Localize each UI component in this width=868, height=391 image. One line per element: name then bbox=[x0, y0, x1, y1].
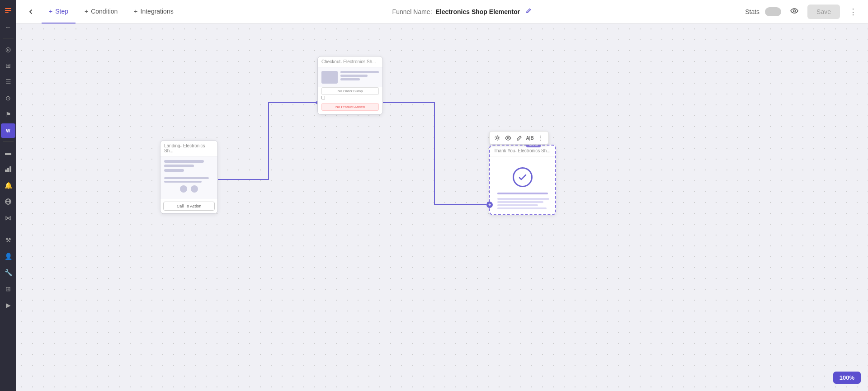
toolbar-dots-icon[interactable]: ⋮ bbox=[536, 133, 546, 143]
sidebar-icon-logo[interactable] bbox=[1, 4, 15, 18]
checkout-preview bbox=[318, 67, 382, 87]
thankyou-subtitle: - Electronics Sh... bbox=[515, 148, 550, 153]
svg-rect-0 bbox=[5, 8, 11, 9]
edit-funnel-name-button[interactable] bbox=[524, 6, 533, 17]
preview-dot-2 bbox=[191, 185, 198, 193]
sidebar-icon-tag[interactable]: ⊙ bbox=[1, 91, 15, 105]
sidebar-icon-grid-add[interactable]: ⊞ bbox=[1, 282, 15, 296]
checkout-bump-label: No Order Bump bbox=[321, 87, 379, 95]
sidebar-icon-woo[interactable]: W bbox=[1, 123, 15, 138]
svg-point-14 bbox=[507, 137, 509, 139]
checkout-lines bbox=[340, 71, 379, 84]
preview-line-4 bbox=[164, 177, 209, 179]
sidebar-icon-play[interactable]: ▶ bbox=[1, 298, 15, 312]
integrations-tab-label: Integrations bbox=[141, 8, 174, 15]
sidebar-separator-2 bbox=[3, 141, 14, 142]
toolbar-ab-icon[interactable]: A|B bbox=[525, 133, 535, 143]
canvas: Landing- Electronics Sh... Call To Actio… bbox=[16, 24, 868, 391]
sidebar-separator-1 bbox=[3, 38, 14, 38]
node-checkout[interactable]: Checkout- Electronics Sh... No Order Bum… bbox=[317, 56, 383, 115]
preview-line-1 bbox=[164, 160, 204, 163]
check-circle bbox=[513, 167, 533, 187]
svg-point-9 bbox=[793, 10, 796, 12]
checkbox-box bbox=[321, 96, 325, 99]
tab-condition[interactable]: + Condition bbox=[77, 0, 125, 24]
more-options-button[interactable]: ⋮ bbox=[845, 5, 861, 19]
svg-rect-2 bbox=[5, 12, 9, 13]
condition-tab-icon: + bbox=[85, 8, 88, 15]
sidebar-icon-globe[interactable] bbox=[1, 194, 15, 209]
sidebar-icon-user-add[interactable]: 👤 bbox=[1, 249, 15, 264]
thankyou-text-line-2 bbox=[497, 201, 543, 203]
thankyou-text-line-3 bbox=[497, 204, 538, 206]
landing-node-title: Landing- Electronics Sh... bbox=[160, 141, 217, 156]
sidebar-icon-list[interactable]: ☰ bbox=[1, 75, 15, 89]
landing-preview bbox=[160, 156, 217, 199]
no-product-label: No Product Added bbox=[321, 103, 379, 111]
checkout-line-3 bbox=[340, 78, 360, 80]
checkout-subtitle: - Electronics Sh... bbox=[340, 59, 376, 64]
top-nav: + Step + Condition + Integrations Funnel… bbox=[16, 0, 868, 24]
flow-connectors bbox=[16, 24, 868, 391]
back-button[interactable] bbox=[24, 5, 38, 19]
sidebar-separator-3 bbox=[3, 229, 14, 229]
node-thankyou[interactable]: Beta A|B ⋮ bbox=[489, 145, 556, 215]
thankyou-text-line-4 bbox=[497, 207, 547, 209]
sidebar-icon-bell[interactable]: 🔔 bbox=[1, 178, 15, 193]
thankyou-text-line-1 bbox=[497, 198, 549, 200]
thankyou-node-title: Thank You- Electronics Sh... bbox=[490, 146, 555, 156]
svg-point-13 bbox=[496, 137, 499, 139]
preview-line-2 bbox=[164, 165, 194, 167]
stats-toggle[interactable] bbox=[765, 7, 781, 16]
checkout-node-title: Checkout- Electronics Sh... bbox=[318, 57, 382, 67]
svg-rect-4 bbox=[7, 168, 9, 172]
zoom-badge: 100% bbox=[833, 372, 861, 384]
sidebar: ← ◎ ⊞ ☰ ⊙ ⚑ W ▬ 🔔 ⋈ ⚒ 👤 🔧 ⊞ ▶ bbox=[0, 0, 16, 391]
tab-step[interactable]: + Step bbox=[42, 0, 75, 24]
tab-integrations[interactable]: + Integrations bbox=[127, 0, 180, 24]
nav-right: Stats Save ⋮ bbox=[745, 5, 861, 19]
checkout-line-1 bbox=[340, 71, 379, 73]
nav-tabs: + Step + Condition + Integrations bbox=[42, 0, 181, 24]
thankyou-inner bbox=[490, 156, 555, 214]
sidebar-icon-bar[interactable]: ▬ bbox=[1, 146, 15, 160]
sidebar-icon-target[interactable]: ◎ bbox=[1, 42, 15, 57]
integrations-tab-icon: + bbox=[134, 8, 137, 15]
toolbar-eye-icon[interactable] bbox=[503, 133, 513, 143]
svg-rect-3 bbox=[5, 170, 7, 172]
thankyou-check-icon bbox=[494, 160, 552, 191]
sidebar-icon-wrench[interactable]: 🔧 bbox=[1, 265, 15, 280]
toolbar-gear-icon[interactable] bbox=[492, 133, 502, 143]
checkout-line-2 bbox=[340, 75, 368, 77]
sidebar-icon-layers[interactable]: ⊞ bbox=[1, 58, 15, 73]
sidebar-icon-funnel[interactable]: ⋈ bbox=[1, 211, 15, 225]
step-tab-icon: + bbox=[49, 8, 52, 15]
toolbar-edit-icon[interactable] bbox=[514, 133, 524, 143]
sidebar-icon-tool[interactable]: ⚒ bbox=[1, 233, 15, 247]
svg-rect-5 bbox=[9, 166, 11, 172]
funnel-name-area: Funnel Name: Electronics Shop Elementor bbox=[181, 6, 745, 17]
checkout-thumbnail bbox=[321, 71, 338, 84]
sidebar-icon-flag[interactable]: ⚑ bbox=[1, 107, 15, 122]
sidebar-icon-back[interactable]: ← bbox=[1, 20, 15, 34]
preview-dots bbox=[164, 185, 214, 193]
svg-rect-1 bbox=[5, 10, 11, 11]
connection-dot-thankyou bbox=[486, 202, 493, 208]
thankyou-line-1 bbox=[497, 193, 548, 194]
step-tab-label: Step bbox=[55, 8, 68, 15]
preview-button[interactable] bbox=[787, 6, 802, 17]
thankyou-lines-group bbox=[494, 198, 552, 209]
preview-dot-1 bbox=[180, 185, 187, 193]
funnel-name-label: Funnel Name: bbox=[392, 8, 432, 15]
funnel-name-value: Electronics Shop Elementor bbox=[436, 8, 520, 15]
checkout-checkbox bbox=[318, 96, 382, 101]
node-landing[interactable]: Landing- Electronics Sh... Call To Actio… bbox=[160, 140, 218, 214]
sidebar-icon-chart[interactable] bbox=[1, 162, 15, 176]
save-button[interactable]: Save bbox=[807, 5, 840, 19]
preview-line-5 bbox=[164, 181, 202, 183]
preview-line-3 bbox=[164, 169, 184, 172]
condition-tab-label: Condition bbox=[91, 8, 118, 15]
thankyou-toolbar: A|B ⋮ bbox=[489, 131, 549, 145]
landing-cta-button[interactable]: Call To Action bbox=[163, 202, 215, 211]
stats-label: Stats bbox=[745, 8, 760, 15]
